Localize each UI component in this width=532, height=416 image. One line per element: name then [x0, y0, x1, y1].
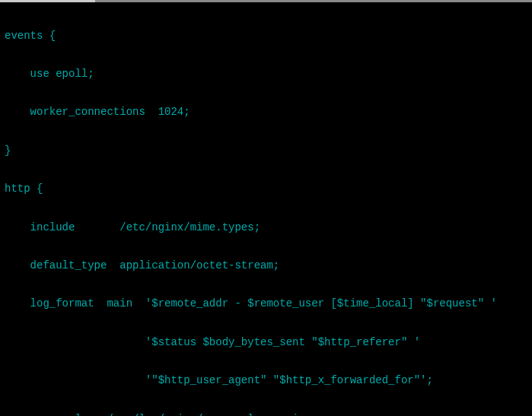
- config-line: access_log /var/log/nginx/access.log mai…: [5, 413, 527, 417]
- config-line: use epoll;: [5, 68, 527, 81]
- config-line: http {: [5, 183, 527, 195]
- config-line: events {: [5, 30, 527, 43]
- config-line: }: [5, 144, 527, 157]
- config-line: default_type application/octet-stream;: [5, 259, 527, 272]
- config-line: worker_connections 1024;: [5, 106, 527, 119]
- active-tab[interactable]: [0, 0, 95, 2]
- config-line: '"$http_user_agent" "$http_x_forwarded_f…: [5, 374, 527, 387]
- config-line: include /etc/nginx/mime.types;: [5, 221, 527, 234]
- tab-gutter: [95, 0, 532, 2]
- editor-content[interactable]: events { use epoll; worker_connections 1…: [0, 2, 532, 416]
- config-line: log_format main '$remote_addr - $remote_…: [5, 297, 527, 310]
- tab-bar: [0, 0, 532, 2]
- config-line: '$status $body_bytes_sent "$http_referer…: [5, 336, 527, 349]
